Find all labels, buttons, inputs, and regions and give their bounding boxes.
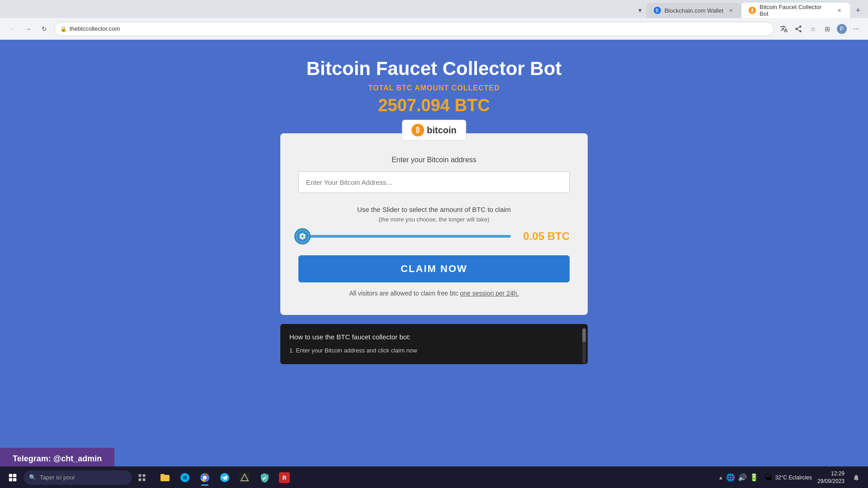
weather-temp: 32°C Eclaircies (775, 474, 812, 481)
slider-row: 0.05 BTC (298, 230, 570, 243)
start-button[interactable] (4, 469, 22, 487)
translate-icon[interactable] (778, 23, 790, 35)
tab-overflow-btn[interactable]: ▼ (634, 4, 646, 17)
back-button[interactable]: ← (5, 23, 18, 35)
more-options-icon[interactable]: ⋯ (850, 23, 863, 35)
slider-thumb-inner (297, 231, 308, 242)
taskbar-clock[interactable]: 12:29 29/09/2023 (817, 470, 844, 485)
instructions-box: How to use the BTC faucet collector bot:… (280, 324, 588, 364)
svg-rect-3 (13, 478, 16, 481)
tab-favicon-2: ₿ (749, 7, 756, 14)
new-tab-button[interactable]: + (852, 4, 864, 17)
taskbar-app-unity[interactable] (235, 468, 254, 487)
page-title: Bitcoin Faucet Collector Bot (307, 58, 562, 80)
slider-sublabel: (the more you choose, the longer will ta… (298, 216, 570, 223)
share-icon[interactable] (792, 23, 805, 35)
svg-rect-4 (139, 474, 142, 477)
forward-button[interactable]: → (22, 23, 34, 35)
bitcoin-circle-icon: ₿ (411, 124, 424, 136)
page-content: Bitcoin Faucet Collector Bot TOTAL BTC A… (0, 40, 868, 466)
session-link[interactable]: one session per 24h. (460, 290, 519, 297)
svg-rect-6 (139, 478, 142, 481)
bitcoin-logo-text: bitcoin (427, 125, 457, 136)
bitcoin-address-input[interactable] (298, 171, 570, 193)
search-icon: 🔍 (29, 474, 36, 481)
input-label: Enter your Bitcoin address (298, 156, 570, 164)
lock-icon: 🔒 (60, 26, 67, 32)
network-icon[interactable]: 🌐 (726, 473, 735, 482)
btc-total-amount: 2507.094 BTC (378, 96, 490, 115)
toolbar-actions: ☆ ⊞ P ⋯ (778, 23, 863, 35)
card-body: Enter your Bitcoin address Use the Slide… (298, 133, 570, 297)
svg-rect-0 (9, 474, 12, 477)
clock-time: 12:29 (817, 470, 844, 478)
faucet-card: ₿ bitcoin Enter your Bitcoin address Use… (280, 133, 588, 315)
slider-value: 0.05 BTC (520, 230, 570, 243)
taskbar-search[interactable]: 🔍 Taper ici pour (24, 470, 132, 485)
notification-button[interactable] (848, 469, 864, 486)
browser-frame: ▼ B Blockchain.com Wallet ✕ ₿ Bitcoin Fa… (0, 0, 868, 488)
svg-rect-2 (9, 478, 12, 481)
tab-close-2[interactable]: ✕ (835, 7, 843, 14)
svg-rect-5 (143, 474, 146, 477)
session-note: All visitors are allowed to claim free b… (298, 290, 570, 297)
slider-container (298, 231, 511, 242)
address-bar: ← → ↻ 🔒 thebtccollector.com ☆ ⊞ P ⋯ (0, 18, 868, 40)
systray-icons: ▲ 🌐 🔊 🔋 (718, 473, 759, 482)
url-text: thebtccollector.com (70, 25, 120, 32)
svg-point-9 (203, 476, 207, 479)
tab-title-2: Bitcoin Faucet Collector Bot (760, 4, 832, 17)
taskbar-app-red[interactable]: R (275, 468, 294, 487)
weather-widget: 🌤 32°C Eclaircies (762, 473, 814, 482)
taskbar-app-telegram[interactable] (215, 468, 234, 487)
taskbar-apps: R (156, 468, 294, 487)
session-note-text: All visitors are allowed to claim free b… (349, 290, 458, 297)
active-app-indicator (201, 484, 208, 486)
weather-icon: 🌤 (764, 473, 772, 482)
battery-icon[interactable]: 🔋 (750, 473, 759, 482)
tab-favicon-1: B (654, 7, 661, 14)
split-view-icon[interactable]: ⊞ (821, 23, 834, 35)
search-text: Taper ici pour (40, 474, 75, 481)
profile-icon[interactable]: P (835, 23, 848, 35)
instructions-step1: 1. Enter your Bitcoin address and click … (289, 346, 579, 355)
svg-rect-1 (13, 474, 16, 477)
slider-track (298, 235, 511, 238)
task-view-button[interactable] (134, 469, 150, 486)
url-bar[interactable]: 🔒 thebtccollector.com (54, 22, 774, 36)
tab-blockchain-wallet[interactable]: B Blockchain.com Wallet ✕ (646, 3, 741, 18)
bookmark-icon[interactable]: ☆ (807, 23, 819, 35)
taskbar-app-file-explorer[interactable] (156, 468, 175, 487)
svg-text:R: R (283, 475, 287, 481)
gear-icon (298, 232, 307, 240)
taskbar-app-chrome[interactable] (195, 468, 214, 487)
taskbar-app-vpn[interactable] (255, 468, 274, 487)
tab-title-1: Blockchain.com Wallet (665, 7, 723, 14)
volume-icon[interactable]: 🔊 (738, 473, 747, 482)
tab-close-1[interactable]: ✕ (727, 7, 734, 14)
reload-button[interactable]: ↻ (38, 23, 51, 35)
taskbar: 🔍 Taper ici pour (0, 466, 868, 488)
scrollbar-thumb (582, 328, 586, 342)
clock-date: 29/09/2023 (817, 478, 844, 485)
instructions-scrollbar[interactable] (582, 328, 586, 364)
expand-tray-icon[interactable]: ▲ (718, 474, 724, 481)
bitcoin-logo: ₿ bitcoin (402, 120, 466, 141)
tab-bar: ▼ B Blockchain.com Wallet ✕ ₿ Bitcoin Fa… (0, 0, 868, 18)
taskbar-app-edge[interactable] (175, 468, 194, 487)
tab-btc-faucet[interactable]: ₿ Bitcoin Faucet Collector Bot ✕ (741, 3, 850, 18)
slider-thumb[interactable] (294, 228, 311, 244)
svg-rect-7 (143, 478, 146, 481)
claim-now-button[interactable]: CLAIM NOW (298, 255, 570, 282)
taskbar-right: ▲ 🌐 🔊 🔋 🌤 32°C Eclaircies 12:29 29/09/20… (718, 469, 864, 486)
slider-label: Use the Slider to select the amount of B… (298, 206, 570, 213)
subtitle: TOTAL BTC AMOUNT COLLECTED (368, 84, 500, 92)
instructions-title: How to use the BTC faucet collector bot: (289, 333, 579, 341)
